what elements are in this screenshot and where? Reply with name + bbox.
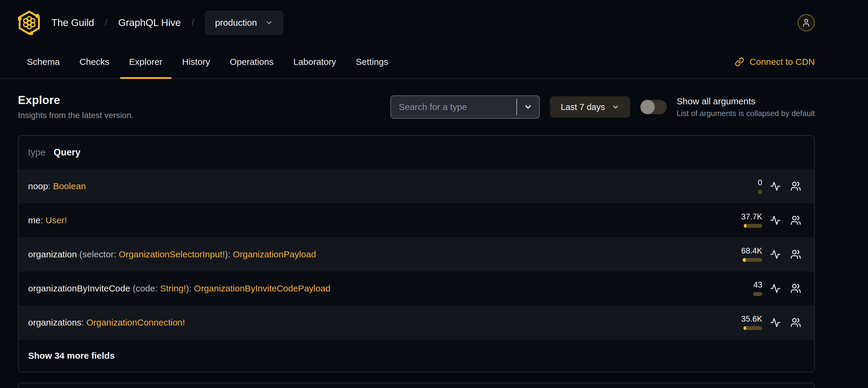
period-label: Last 7 days	[561, 102, 605, 112]
hive-logo-icon[interactable]	[18, 10, 41, 35]
field-signature: organization (selector: OrganizationSele…	[28, 249, 316, 260]
type-link[interactable]: String!	[160, 283, 186, 293]
tab-list: SchemaChecksExplorerHistoryOperationsLab…	[27, 46, 388, 78]
tab-settings[interactable]: Settings	[356, 46, 388, 78]
field-text: ):	[225, 249, 233, 259]
type-link[interactable]: User!	[45, 215, 67, 225]
field-signature: organizations: OrganizationConnection!	[28, 318, 185, 328]
field-row: organizations: OrganizationConnection!35…	[19, 305, 814, 339]
page-title: Explore	[18, 94, 134, 107]
request-count: 68.4K	[741, 247, 762, 255]
app-header: The Guild / GraphQL Hive / production	[18, 0, 815, 46]
field-signature: organizationByInviteCode (code: String!)…	[28, 283, 330, 294]
type-link[interactable]: OrganizationByInviteCodePayload	[194, 283, 330, 293]
tab-bar: SchemaChecksExplorerHistoryOperationsLab…	[0, 46, 868, 79]
type-link[interactable]: OrganizationConnection!	[86, 318, 185, 327]
request-count-stat: 68.4K	[735, 247, 762, 262]
page-subtitle: Insights from the latest version.	[18, 111, 134, 120]
schema-type-card: type Query noop: Boolean0me: User!37.7Ko…	[18, 135, 815, 372]
request-count-stat: 43	[735, 281, 762, 296]
field-text: me	[28, 215, 41, 225]
activity-icon[interactable]	[770, 317, 781, 328]
show-more-fields-button[interactable]: Show 34 more fields	[19, 339, 814, 372]
field-rows: noop: Boolean0me: User!37.7Korganization…	[19, 169, 814, 339]
type-search	[391, 95, 540, 119]
connect-to-cdn-link[interactable]: Connect to CDN	[735, 57, 815, 67]
breadcrumb-project[interactable]: GraphQL Hive	[118, 17, 181, 28]
activity-icon[interactable]	[770, 249, 781, 260]
request-count-stat: 0	[735, 179, 762, 194]
field-signature: noop: Boolean	[28, 181, 86, 191]
request-count: 0	[758, 179, 762, 187]
field-text: code:	[135, 283, 160, 293]
breadcrumb-separator: /	[105, 17, 107, 28]
type-link[interactable]: OrganizationPayload	[233, 249, 316, 259]
next-schema-card	[18, 383, 815, 388]
field-text: ):	[186, 283, 194, 293]
request-count-stat: 35.6K	[735, 315, 762, 330]
request-count: 37.7K	[741, 213, 762, 221]
target-select[interactable]: production	[205, 11, 283, 35]
field-text: selector:	[83, 249, 119, 259]
explorer-page: Explore Insights from the latest version…	[18, 94, 815, 388]
toggle-description: List of arguments is collapsed by defaul…	[677, 109, 815, 118]
field-text: noop	[28, 181, 48, 191]
cdn-link-label: Connect to CDN	[750, 57, 815, 67]
field-text: (	[130, 283, 135, 293]
toggle-knob	[641, 100, 655, 114]
chevron-down-icon	[612, 103, 619, 111]
field-text: organization	[28, 249, 77, 259]
type-link[interactable]: Boolean	[53, 181, 86, 191]
toggle-label: Show all arguments	[677, 96, 815, 107]
field-text: :	[81, 318, 86, 327]
tab-operations[interactable]: Operations	[230, 46, 274, 78]
users-icon[interactable]	[790, 283, 801, 294]
users-icon[interactable]	[790, 317, 801, 328]
breadcrumb: The Guild / GraphQL Hive / production	[51, 11, 283, 35]
chevron-down-icon	[524, 102, 533, 112]
field-row: me: User!37.7K	[19, 203, 814, 237]
activity-icon[interactable]	[770, 215, 781, 226]
field-signature: me: User!	[28, 215, 67, 226]
users-icon[interactable]	[790, 249, 801, 260]
type-kind-label: type	[28, 147, 46, 158]
request-count: 43	[753, 281, 762, 289]
link-icon	[735, 57, 744, 67]
target-select-value: production	[215, 18, 257, 28]
usage-bar	[743, 326, 762, 330]
field-text: :	[41, 215, 46, 225]
activity-icon[interactable]	[770, 181, 781, 191]
activity-icon[interactable]	[770, 283, 781, 294]
tab-laboratory[interactable]: Laboratory	[293, 46, 336, 78]
field-text: organizationByInviteCode	[28, 283, 130, 293]
field-row: organization (selector: OrganizationSele…	[19, 237, 814, 271]
search-input[interactable]	[391, 102, 517, 112]
period-select-button[interactable]: Last 7 days	[550, 96, 630, 118]
field-row: noop: Boolean0	[19, 169, 814, 203]
explorer-controls: Last 7 days Show all arguments List of a…	[391, 95, 815, 119]
tab-explorer[interactable]: Explorer	[129, 46, 162, 78]
request-count-stat: 37.7K	[735, 213, 762, 228]
type-name: Query	[54, 147, 81, 158]
tab-schema[interactable]: Schema	[27, 46, 60, 78]
chevron-down-icon	[265, 19, 273, 27]
users-icon[interactable]	[790, 181, 801, 191]
search-dropdown-button[interactable]	[517, 96, 539, 118]
usage-bar	[744, 224, 762, 228]
show-all-arguments-toggle[interactable]	[641, 100, 667, 114]
user-menu-button[interactable]	[798, 14, 815, 31]
tab-checks[interactable]: Checks	[80, 46, 109, 78]
field-row: organizationByInviteCode (code: String!)…	[19, 271, 814, 305]
users-icon[interactable]	[790, 215, 801, 226]
field-text: :	[48, 181, 53, 191]
usage-bar	[753, 292, 762, 296]
field-text: (	[77, 249, 82, 259]
breadcrumb-separator: /	[191, 17, 194, 28]
usage-bar	[758, 190, 762, 194]
breadcrumb-org[interactable]: The Guild	[51, 17, 94, 28]
type-link[interactable]: OrganizationSelectorInput!	[119, 249, 225, 259]
tab-history[interactable]: History	[182, 46, 210, 78]
field-text: organizations	[28, 318, 81, 327]
user-icon	[802, 18, 811, 27]
usage-bar	[743, 258, 762, 262]
